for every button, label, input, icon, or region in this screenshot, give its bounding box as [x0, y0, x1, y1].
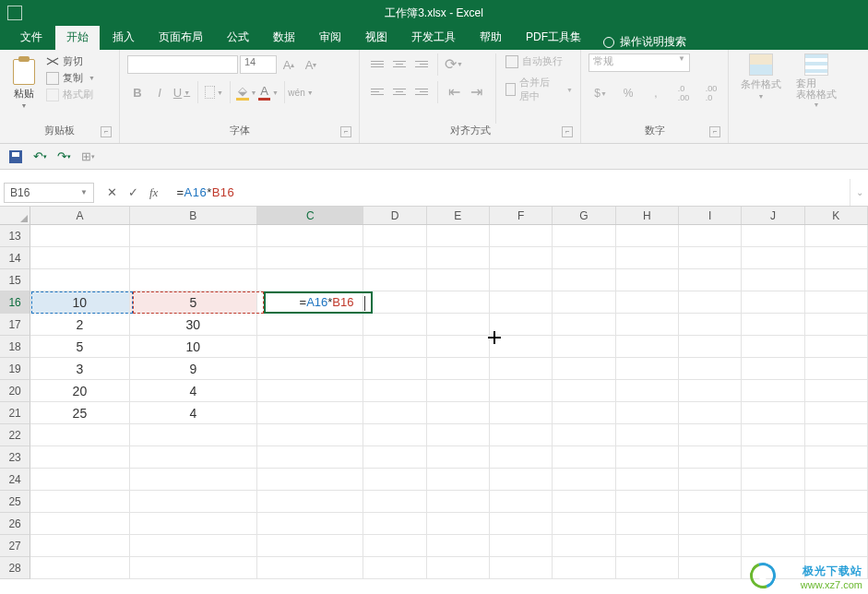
increase-font-button[interactable]: A▴: [279, 54, 299, 75]
number-launcher[interactable]: ⌐: [709, 126, 720, 137]
cell-H19[interactable]: [616, 358, 679, 380]
format-as-table-button[interactable]: 套用 表格格式▼: [793, 53, 839, 108]
cell-G26[interactable]: [553, 513, 615, 535]
cell-E17[interactable]: [427, 314, 490, 336]
cell-A13[interactable]: [30, 225, 129, 247]
cell-F13[interactable]: [490, 225, 553, 247]
cell-A17[interactable]: 2: [30, 314, 129, 336]
cell-K24[interactable]: [805, 469, 868, 491]
row-header-18[interactable]: 18: [0, 336, 30, 358]
cell-I20[interactable]: [679, 380, 742, 402]
row-header-28[interactable]: 28: [0, 557, 30, 579]
cell-A14[interactable]: [30, 247, 129, 269]
col-header-J[interactable]: J: [742, 207, 804, 224]
col-header-F[interactable]: F: [490, 207, 553, 224]
align-left-button[interactable]: [367, 81, 387, 101]
cell-J21[interactable]: [742, 402, 804, 424]
cell-E23[interactable]: [427, 446, 490, 469]
cell-G27[interactable]: [553, 535, 615, 557]
cell-C13[interactable]: [257, 225, 363, 247]
cell-J14[interactable]: [742, 247, 804, 269]
cell-H16[interactable]: [616, 291, 679, 314]
cell-K14[interactable]: [805, 247, 868, 269]
cell-K23[interactable]: [805, 446, 868, 469]
font-launcher[interactable]: ⌐: [340, 126, 351, 137]
cell-H18[interactable]: [616, 336, 679, 358]
redo-button[interactable]: ↷▾: [55, 148, 72, 165]
cell-I24[interactable]: [679, 469, 742, 491]
cell-F27[interactable]: [490, 535, 553, 557]
tab-pdf-tools[interactable]: PDF工具集: [515, 25, 592, 50]
tell-me-search[interactable]: 操作说明搜索: [594, 34, 696, 50]
cell-J15[interactable]: [742, 269, 804, 291]
cell-J26[interactable]: [742, 513, 804, 535]
cell-H27[interactable]: [616, 535, 679, 557]
cell-E22[interactable]: [427, 424, 490, 446]
cell-B23[interactable]: [130, 446, 258, 469]
cut-button[interactable]: 剪切: [46, 53, 95, 69]
cell-A15[interactable]: [30, 269, 129, 291]
cell-C27[interactable]: [257, 535, 363, 557]
cell-B27[interactable]: [130, 535, 258, 557]
cell-D21[interactable]: [363, 402, 426, 424]
cell-A18[interactable]: 5: [30, 336, 129, 358]
cell-A21[interactable]: 25: [30, 402, 129, 424]
cell-C21[interactable]: [257, 402, 363, 424]
col-header-D[interactable]: D: [363, 207, 426, 224]
bold-button[interactable]: B: [127, 82, 148, 102]
cell-H28[interactable]: [616, 557, 679, 579]
cell-K27[interactable]: [805, 535, 868, 557]
underline-button[interactable]: U▼: [172, 82, 192, 102]
percent-format-button[interactable]: %: [616, 83, 640, 103]
cell-D22[interactable]: [363, 424, 426, 446]
cell-F14[interactable]: [490, 247, 553, 269]
cell-E28[interactable]: [427, 557, 490, 579]
cell-B17[interactable]: 30: [130, 314, 258, 336]
align-top-button[interactable]: [367, 53, 387, 74]
cell-F25[interactable]: [490, 491, 553, 513]
col-header-K[interactable]: K: [805, 207, 868, 224]
cell-A22[interactable]: [30, 424, 129, 446]
cell-E26[interactable]: [427, 513, 490, 535]
cell-H26[interactable]: [616, 513, 679, 535]
cell-K22[interactable]: [805, 424, 868, 446]
cell-G13[interactable]: [553, 225, 615, 247]
cell-E18[interactable]: [427, 336, 490, 358]
cell-H14[interactable]: [616, 247, 679, 269]
cell-E13[interactable]: [427, 225, 490, 247]
cell-I17[interactable]: [679, 314, 742, 336]
cell-K13[interactable]: [805, 225, 868, 247]
cell-G24[interactable]: [553, 469, 615, 491]
cell-I27[interactable]: [679, 535, 742, 557]
cell-I21[interactable]: [679, 402, 742, 424]
align-right-button[interactable]: [411, 81, 432, 101]
cell-D25[interactable]: [363, 491, 426, 513]
row-header-25[interactable]: 25: [0, 491, 30, 513]
decrease-font-button[interactable]: A▾: [301, 54, 321, 75]
cell-I26[interactable]: [679, 513, 742, 535]
row-header-26[interactable]: 26: [0, 513, 30, 535]
cell-E14[interactable]: [427, 247, 490, 269]
conditional-formatting-button[interactable]: 条件格式▼: [738, 53, 784, 100]
cell-I13[interactable]: [679, 225, 742, 247]
cell-B18[interactable]: 10: [130, 336, 258, 358]
cell-I28[interactable]: [679, 557, 742, 579]
cell-C26[interactable]: [257, 513, 363, 535]
cell-J20[interactable]: [742, 380, 804, 402]
row-header-17[interactable]: 17: [0, 314, 30, 336]
cell-D26[interactable]: [363, 513, 426, 535]
cell-F22[interactable]: [490, 424, 553, 446]
cell-B24[interactable]: [130, 469, 258, 491]
cell-K15[interactable]: [805, 269, 868, 291]
cell-A16[interactable]: 10: [30, 291, 129, 314]
cell-I19[interactable]: [679, 358, 742, 380]
cancel-formula-button[interactable]: ✕: [107, 185, 117, 199]
cell-D19[interactable]: [363, 358, 426, 380]
cell-I15[interactable]: [679, 269, 742, 291]
cell-K18[interactable]: [805, 336, 868, 358]
row-header-23[interactable]: 23: [0, 446, 30, 469]
col-header-E[interactable]: E: [427, 207, 490, 224]
cell-E27[interactable]: [427, 535, 490, 557]
cell-J25[interactable]: [742, 491, 804, 513]
cell-A20[interactable]: 20: [30, 380, 129, 402]
